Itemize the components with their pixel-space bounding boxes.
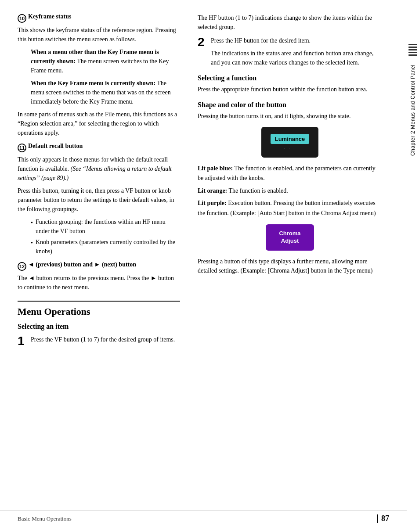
section-divider	[18, 301, 180, 302]
closing-text: Pressing a button of this type displays …	[198, 257, 382, 275]
bullet-text-1: Function grouping: the functions within …	[36, 217, 180, 236]
section-11-title: Default recall button	[28, 143, 83, 150]
page: 10 Keyframe status This shows the keyfra…	[0, 0, 419, 532]
menu-operations-heading: Menu Operations	[18, 306, 180, 317]
selecting-function: Selecting a function Press the appropria…	[198, 74, 382, 94]
tab-line-5	[408, 54, 417, 56]
step-2-num: 2	[198, 36, 205, 48]
shape-color-heading: Shape and color of the button	[198, 101, 382, 109]
section-11: 11 Default recall button This only appea…	[18, 143, 180, 256]
step-1-content: Press the VF button (1 to 7) for the des…	[31, 335, 180, 344]
footer: Basic Menu Operations 87	[0, 510, 407, 523]
lit-orange-lead: Lit orange:	[198, 187, 227, 194]
bullet-dot-1: •	[31, 218, 33, 227]
section-12-title: ◄ (previous) button and ► (next) button	[28, 261, 136, 268]
vertical-tab: Chapter 2 Menus and Control Panel	[407, 0, 419, 532]
lit-orange: Lit orange: The function is enabled.	[198, 186, 382, 196]
chapter-label: Chapter 2 Menus and Control Panel	[410, 65, 416, 156]
section-10-item1: When a menu other than the Key Frame men…	[31, 47, 180, 75]
section-12-number: 12	[18, 262, 26, 271]
section-12-body1: The ◄ button returns to the previous men…	[18, 273, 180, 292]
section-11-number: 11	[18, 144, 26, 152]
right-column: The HF button (1 to 7) indications chang…	[189, 0, 400, 532]
luminance-button: Luminance · · ·	[261, 127, 318, 158]
bullet-item-1: • Function grouping: the functions withi…	[31, 217, 180, 236]
page-number: 87	[381, 514, 389, 523]
lit-purple-lead: Lit purple:	[198, 200, 227, 206]
lit-orange-text: The function is enabled.	[227, 187, 288, 194]
section-10-number: 10	[18, 14, 26, 23]
left-column: 10 Keyframe status This shows the keyfra…	[0, 0, 189, 532]
bullet-dot-2: •	[31, 238, 33, 248]
luminance-button-container: Luminance · · ·	[198, 127, 382, 158]
lit-purple: Lit purple: Execution button. Pressing t…	[198, 198, 382, 218]
bullet-text-2: Knob parameters (parameters currently co…	[36, 237, 180, 256]
intro-text: The HF button (1 to 7) indications chang…	[198, 13, 382, 32]
step-1: 1 Press the VF button (1 to 7) for the d…	[18, 335, 180, 344]
selecting-item-heading: Selecting an item	[18, 323, 180, 331]
chroma-button: ChromaAdjust	[266, 224, 314, 251]
section-10-body2: In some parts of menus such as the File …	[18, 110, 180, 137]
luminance-dots: · · ·	[284, 146, 296, 151]
menu-operations: Menu Operations Selecting an item 1 Pres…	[18, 301, 180, 344]
bullet-item-2: • Knob parameters (parameters currently …	[31, 237, 180, 256]
section-10-item2: When the Key Frame menu is currently sho…	[31, 79, 180, 106]
tab-line-4	[408, 52, 417, 53]
section-12: 12 ◄ (previous) button and ► (next) butt…	[18, 261, 180, 292]
luminance-label: Luminance	[271, 134, 310, 144]
chroma-button-container: ChromaAdjust	[198, 224, 382, 251]
lit-pale-blue-lead: Lit pale blue:	[198, 165, 233, 172]
shape-color-section: Shape and color of the button Pressing t…	[198, 101, 382, 275]
chroma-label: ChromaAdjust	[279, 230, 300, 245]
tab-line-1	[408, 44, 417, 45]
footer-left-text: Basic Menu Operations	[18, 515, 72, 522]
step-2-content: Press the HF button for the desired item…	[211, 36, 382, 67]
section-10-body1: This shows the keyframe status of the re…	[18, 25, 180, 44]
section-11-bullets: • Function grouping: the functions withi…	[31, 217, 180, 256]
tab-line-3	[408, 49, 417, 50]
section-10: 10 Keyframe status This shows the keyfra…	[18, 13, 180, 137]
selecting-function-heading: Selecting a function	[198, 74, 382, 82]
footer-divider	[377, 514, 378, 523]
step-1-num: 1	[18, 335, 25, 347]
section-11-body1: This only appears in those menus for whi…	[18, 155, 180, 183]
section-10-item2-lead: When the Key Frame menu is currently sho…	[31, 80, 155, 86]
shape-color-body: Pressing the button turns it on, and it …	[198, 111, 382, 121]
step-2: 2 Press the HF button for the desired it…	[198, 36, 382, 67]
section-10-title: Keyframe status	[28, 13, 71, 20]
tab-lines	[408, 44, 417, 56]
tab-line-2	[408, 47, 417, 48]
selecting-function-body: Press the appropriate function button wi…	[198, 85, 382, 94]
step-2-followup: The indications in the status area and f…	[211, 49, 382, 67]
section-11-body2: Press this button, turning it on, then p…	[18, 186, 180, 214]
step-2-text: Press the HF button for the desired item…	[211, 36, 382, 45]
lit-pale-blue: Lit pale blue: The function is enabled, …	[198, 164, 382, 183]
